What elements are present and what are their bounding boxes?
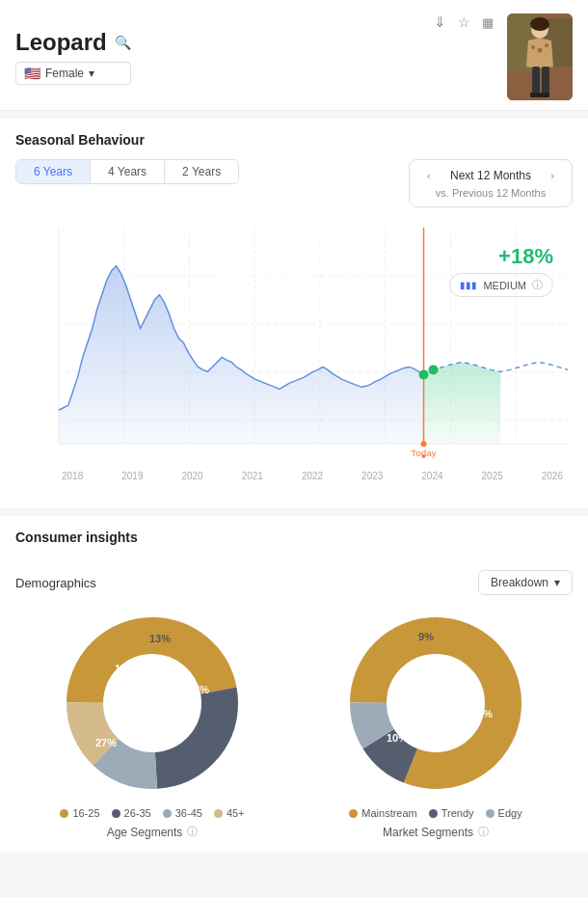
market-donut-container: 81% 10% 9% <box>339 607 532 800</box>
x-label-2019: 2019 <box>121 471 143 481</box>
legend-trendy: Trendy <box>429 807 474 819</box>
x-label-2025: 2025 <box>482 471 503 481</box>
bar-chart-icon: ▮▮▮ <box>460 280 477 290</box>
seasonal-title: Seasonal Behaviour <box>15 132 573 148</box>
svg-text:47%: 47% <box>188 684 209 695</box>
market-donut-chart: 81% 10% 9% <box>339 607 532 800</box>
prev-arrow[interactable]: ‹ <box>423 168 435 183</box>
next-arrow[interactable]: › <box>547 168 558 183</box>
legend-36-45: 36-45 <box>163 807 202 819</box>
svg-rect-11 <box>540 93 549 97</box>
legend-45plus-label: 45+ <box>227 807 245 819</box>
forecast-label: Next 12 Months <box>450 169 531 182</box>
x-label-2021: 2021 <box>242 471 263 481</box>
market-segments-card: 81% 10% 9% Mainstream Trendy Edgy <box>299 607 573 839</box>
svg-text:9%: 9% <box>418 631 434 642</box>
header: Leopard 🔍 🇺🇸 Female ▾ ⇓ ☆ ▦ <box>0 0 588 111</box>
svg-point-6 <box>538 48 543 53</box>
legend-edgy: Edgy <box>486 807 522 819</box>
age-legend: 16-25 26-35 36-45 45+ <box>56 807 248 819</box>
header-action-icons: ⇓ ☆ ▦ <box>434 14 494 31</box>
svg-point-4 <box>530 17 549 31</box>
age-chart-label: Age Segments ⓘ <box>107 825 199 839</box>
search-icon[interactable]: 🔍 <box>115 35 131 50</box>
x-label-2026: 2026 <box>542 471 563 481</box>
legend-16-25-label: 16-25 <box>72 807 99 819</box>
legend-mainstream-label: Mainstream <box>361 807 416 819</box>
legend-26-35-label: 26-35 <box>124 807 151 819</box>
confidence-label: MEDIUM <box>483 280 526 291</box>
breakdown-label: Breakdown <box>491 576 548 589</box>
share-icon[interactable]: ▦ <box>482 15 494 30</box>
legend-36-45-label: 36-45 <box>175 807 202 819</box>
title-row: Leopard 🔍 <box>15 29 131 56</box>
confidence-badge: ▮▮▮ MEDIUM ⓘ <box>449 273 553 297</box>
market-legend: Mainstream Trendy Edgy <box>345 807 525 819</box>
market-segments-title: Market Segments <box>383 826 473 839</box>
legend-mainstream: Mainstream <box>349 807 416 819</box>
forecast-percentage: +18% <box>449 244 553 269</box>
header-left: Leopard 🔍 🇺🇸 Female ▾ <box>15 29 131 85</box>
svg-point-28 <box>419 369 429 379</box>
year-tab-4[interactable]: 4 Years <box>91 160 165 183</box>
svg-text:10%: 10% <box>387 732 408 744</box>
chart-area: +18% ▮▮▮ MEDIUM ⓘ <box>15 215 573 495</box>
x-label-2023: 2023 <box>361 471 383 481</box>
svg-point-30 <box>421 441 427 447</box>
x-label-2022: 2022 <box>302 471 323 481</box>
svg-rect-8 <box>532 67 540 95</box>
avatar <box>507 14 573 100</box>
legend-16-25: 16-25 <box>60 807 99 819</box>
age-segments-card: 47% 27% 13% 13% 16-25 26-35 <box>15 607 289 839</box>
breakdown-dropdown[interactable]: Breakdown ▾ <box>478 570 573 595</box>
seasonal-section: Seasonal Behaviour 6 Years 4 Years 2 Yea… <box>0 119 588 508</box>
legend-trendy-label: Trendy <box>441 807 474 819</box>
forecast-nav: ‹ Next 12 Months › vs. Previous 12 Month… <box>409 159 573 207</box>
gender-label: Female <box>45 67 84 80</box>
x-label-2020: 2020 <box>181 471 202 481</box>
svg-point-29 <box>429 365 439 374</box>
legend-edgy-label: Edgy <box>498 807 522 819</box>
svg-point-7 <box>545 43 548 47</box>
forecast-badge: +18% ▮▮▮ MEDIUM ⓘ <box>449 244 553 297</box>
consumer-section: Consumer insights Demographics Breakdown… <box>0 516 588 853</box>
info-icon[interactable]: ⓘ <box>532 278 543 292</box>
x-label-2018: 2018 <box>62 471 83 481</box>
forecast-compare: vs. Previous 12 Months <box>423 187 558 199</box>
market-info-icon[interactable]: ⓘ <box>478 825 489 839</box>
year-tab-2[interactable]: 2 Years <box>165 160 238 183</box>
demographics-label: Demographics <box>15 576 96 590</box>
year-tab-6[interactable]: 6 Years <box>16 160 91 183</box>
x-label-2024: 2024 <box>421 471 442 481</box>
star-icon[interactable]: ☆ <box>458 14 470 30</box>
chart-controls: 6 Years 4 Years 2 Years ‹ Next 12 Months… <box>15 159 573 207</box>
charts-row: 47% 27% 13% 13% 16-25 26-35 <box>15 607 573 839</box>
svg-point-27 <box>422 454 426 458</box>
legend-26-35: 26-35 <box>112 807 151 819</box>
download-icon[interactable]: ⇓ <box>434 14 446 31</box>
age-segments-title: Age Segments <box>107 826 183 839</box>
svg-text:13%: 13% <box>149 633 171 644</box>
year-tabs: 6 Years 4 Years 2 Years <box>15 159 239 184</box>
age-info-icon[interactable]: ⓘ <box>187 825 198 839</box>
consumer-title: Consumer insights <box>15 530 138 545</box>
consumer-header: Consumer insights <box>15 530 573 557</box>
flag-icon: 🇺🇸 <box>24 66 40 81</box>
age-donut-container: 47% 27% 13% 13% <box>56 607 249 800</box>
chevron-down-icon: ▾ <box>89 67 94 80</box>
age-donut-chart: 47% 27% 13% 13% <box>56 607 249 800</box>
market-chart-label: Market Segments ⓘ <box>383 825 489 839</box>
svg-text:27%: 27% <box>95 737 117 748</box>
svg-rect-10 <box>530 93 540 97</box>
svg-text:81%: 81% <box>471 708 493 720</box>
svg-point-5 <box>531 45 535 49</box>
legend-45plus: 45+ <box>214 807 245 819</box>
gender-filter[interactable]: 🇺🇸 Female ▾ <box>15 62 131 85</box>
x-axis-labels: 2018 2019 2020 2021 2022 2023 2024 2025 … <box>15 471 573 481</box>
svg-rect-9 <box>542 67 549 95</box>
svg-text:13%: 13% <box>115 663 136 674</box>
chevron-down-icon: ▾ <box>554 576 560 589</box>
page-title: Leopard <box>15 29 107 56</box>
